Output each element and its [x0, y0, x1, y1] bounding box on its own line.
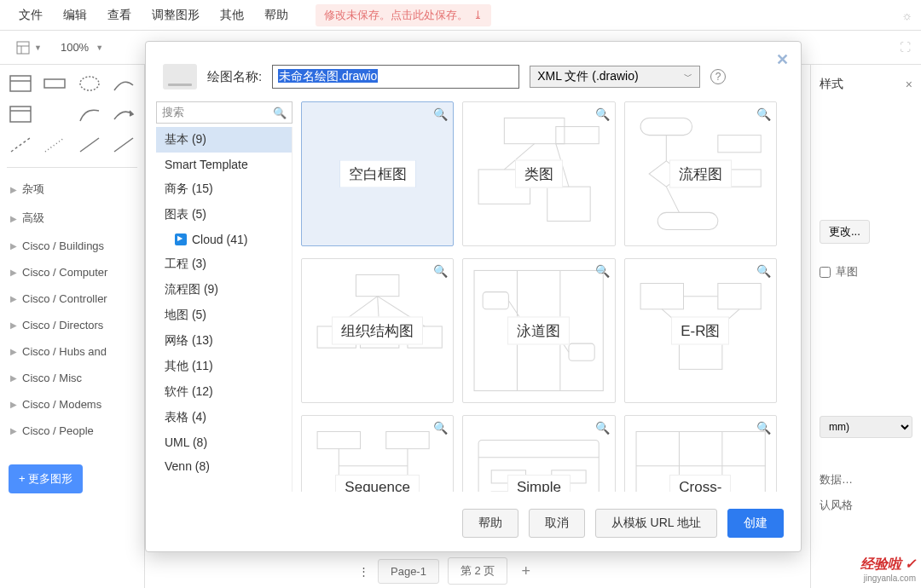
template-category-item[interactable]: Cloud (41) [156, 228, 292, 251]
template-category-item[interactable]: UML (8) [156, 430, 292, 454]
reset-style-link[interactable]: 认风格 [820, 498, 912, 513]
chevron-down-icon: ﹀ [684, 71, 692, 83]
template-category-item[interactable]: 地图 (5) [156, 303, 292, 328]
modal-footer: 帮助 取消 从模板 URL 地址 创建 [146, 500, 801, 551]
shape-line-dots[interactable] [41, 133, 68, 157]
svg-rect-20 [717, 135, 760, 153]
file-name-input[interactable]: 未命名绘图.drawio [272, 65, 519, 89]
shape-ellipse-dash[interactable] [76, 72, 103, 95]
menu-view[interactable]: 查看 [97, 8, 142, 23]
theme-toggle-icon[interactable]: ☼ [901, 9, 912, 22]
template-category-item[interactable]: 网络 (13) [156, 328, 292, 354]
fullscreen-icon[interactable]: ⛶ [900, 41, 912, 54]
template-category-list: 基本 (9)Smart Template商务 (15)图表 (5)Cloud (… [156, 127, 293, 492]
template-item[interactable]: 🔍Cross- [624, 415, 777, 492]
category-misc[interactable]: ▶杂项 [0, 175, 144, 204]
shape-rect-lines[interactable] [7, 72, 34, 95]
menu-arrange[interactable]: 调整图形 [142, 8, 210, 23]
sketch-checkbox[interactable] [820, 267, 831, 278]
cloud-icon [175, 233, 187, 245]
chevron-right-icon: ▶ [10, 185, 17, 194]
more-shapes-button[interactable]: + 更多图形 [9, 464, 83, 493]
page-menu-icon[interactable]: ⋮ [358, 565, 369, 578]
file-type-select[interactable]: XML 文件 (.drawio) ﹀ [530, 66, 700, 88]
template-category-item[interactable]: 其他 (11) [156, 354, 292, 379]
shape-line[interactable] [76, 133, 103, 157]
template-category-item[interactable]: 图表 (5) [156, 202, 292, 228]
category-advanced[interactable]: ▶高级 [0, 204, 144, 233]
left-panel: ▶杂项 ▶高级 ▶Cisco / Buildings ▶Cisco / Comp… [0, 65, 145, 588]
shape-line2[interactable] [110, 133, 137, 157]
menu-edit[interactable]: 编辑 [53, 8, 97, 23]
modal-close-button[interactable]: ✕ [776, 50, 789, 69]
menu-help[interactable]: 帮助 [254, 8, 298, 23]
help-icon[interactable]: ? [710, 69, 726, 84]
shape-curve[interactable] [110, 72, 137, 95]
template-item[interactable]: 🔍流程图 [624, 101, 777, 246]
category-cisco-controller[interactable]: ▶Cisco / Controller [0, 285, 144, 312]
template-category-item[interactable]: Smart Template [156, 153, 292, 176]
save-warning[interactable]: 修改未保存。点击此处保存。 ⤓ [316, 4, 491, 26]
template-search-input[interactable]: 搜索 🔍 [156, 101, 293, 124]
layout-dropdown[interactable]: ▼ [9, 37, 49, 59]
category-cisco-people[interactable]: ▶Cisco / People [0, 418, 144, 444]
menu-extras[interactable]: 其他 [210, 8, 254, 23]
template-item[interactable]: 🔍E-R图 [624, 258, 777, 403]
menu-file[interactable]: 文件 [9, 8, 53, 23]
svg-rect-19 [640, 118, 692, 135]
chevron-right-icon: ▶ [10, 294, 17, 303]
category-cisco-computer[interactable]: ▶Cisco / Computer [0, 259, 144, 285]
template-item[interactable]: 🔍空白框图 [301, 101, 454, 246]
change-style-button[interactable]: 更改... [820, 220, 870, 244]
template-item[interactable]: 🔍Sequence [301, 415, 454, 492]
template-item[interactable]: 🔍组织结构图 [301, 258, 454, 403]
shape-blank[interactable] [41, 102, 68, 126]
template-item[interactable]: 🔍Simple [462, 415, 615, 492]
shape-category-list: ▶杂项 ▶高级 ▶Cisco / Buildings ▶Cisco / Comp… [0, 171, 144, 447]
right-panel: 样式 × 更改... 草图 mm) 数据… 认风格 [810, 65, 921, 588]
category-cisco-directors[interactable]: ▶Cisco / Directors [0, 312, 144, 338]
shapes-palette [0, 65, 144, 164]
template-item[interactable]: 🔍类图 [462, 101, 615, 246]
template-label: 组织结构图 [332, 317, 423, 345]
cancel-button[interactable]: 取消 [529, 509, 585, 538]
template-category-item[interactable]: 流程图 (9) [156, 277, 292, 303]
page-tab-2[interactable]: 第 2 页 [448, 557, 507, 585]
shape-line-dash[interactable] [7, 133, 34, 157]
chevron-right-icon: ▶ [10, 268, 17, 277]
from-url-button[interactable]: 从模板 URL 地址 [595, 509, 717, 538]
template-category-item[interactable]: 商务 (15) [156, 176, 292, 202]
chevron-right-icon: ▶ [10, 320, 17, 330]
template-category-item[interactable]: 基本 (9) [156, 127, 292, 153]
edit-data-link[interactable]: 数据… [820, 472, 912, 487]
category-cisco-misc[interactable]: ▶Cisco / Misc [0, 365, 144, 391]
help-button[interactable]: 帮助 [462, 509, 518, 538]
svg-rect-5 [44, 79, 65, 88]
template-category-item[interactable]: 工程 (3) [156, 251, 292, 277]
search-icon: 🔍 [273, 107, 287, 119]
unit-select[interactable]: mm) [820, 416, 912, 438]
page-tab-1[interactable]: Page-1 [378, 559, 439, 584]
template-label: Sequence [335, 475, 420, 492]
zoom-level[interactable]: 100% ▼ [54, 37, 110, 57]
sketch-label: 草图 [836, 264, 858, 280]
shape-window[interactable] [7, 102, 34, 126]
shape-label[interactable] [41, 72, 68, 95]
template-category-item[interactable]: Venn (8) [156, 454, 292, 478]
category-cisco-modems[interactable]: ▶Cisco / Modems [0, 391, 144, 418]
close-icon[interactable]: × [906, 78, 912, 91]
create-button[interactable]: 创建 [727, 509, 784, 538]
svg-line-10 [45, 138, 64, 152]
shape-arrow-curve[interactable] [110, 102, 137, 126]
category-cisco-hubs[interactable]: ▶Cisco / Hubs and [0, 338, 144, 365]
template-category-item[interactable]: 软件 (12) [156, 379, 292, 405]
template-item[interactable]: 🔍泳道图 [462, 258, 615, 403]
svg-rect-14 [556, 127, 599, 144]
shape-curve2[interactable] [76, 102, 103, 126]
chevron-right-icon: ▶ [10, 214, 17, 223]
zoom-icon[interactable]: 🔍 [433, 107, 448, 121]
template-category-item[interactable]: 表格 (4) [156, 405, 292, 430]
add-page-button[interactable]: + [516, 562, 536, 580]
category-cisco-buildings[interactable]: ▶Cisco / Buildings [0, 233, 144, 259]
template-label: 类图 [515, 160, 563, 188]
